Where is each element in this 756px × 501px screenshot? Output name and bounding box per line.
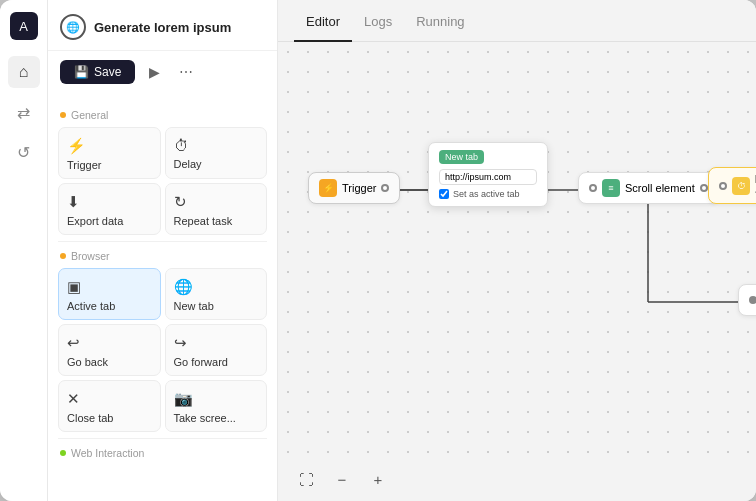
main-content: Editor Logs Running [278,0,756,501]
canvas-area[interactable]: ⚡ Trigger New tab Set as active tab ≡ Sc… [278,42,756,457]
zoom-out-icon: − [338,471,347,488]
history-nav-icon[interactable]: ↺ [8,136,40,168]
scroll-node-icon: ≡ [602,179,620,197]
trigger-icon: ⚡ [67,137,86,155]
delay-node[interactable]: ⏱ Delay 4000 [708,167,756,204]
section-dot-general [60,112,66,118]
popup-checkbox-row: Set as active tab [439,189,537,199]
popup-url-input[interactable] [439,169,537,185]
general-items-grid: ⚡ Trigger ⏱ Delay ⬇ Export data ↻ Repeat… [58,127,267,235]
connections-svg [278,42,756,457]
play-button[interactable]: ▶ [141,59,167,85]
browser-items-grid: ▣ Active tab 🌐 New tab ↩ Go back ↪ Go fo… [58,268,267,432]
go-back-item[interactable]: ↩ Go back [58,324,161,376]
export-icon: ⬇ [67,193,80,211]
zoom-out-button[interactable]: − [328,465,356,493]
tab-running[interactable]: Running [404,0,476,42]
section-dot-web [60,450,66,456]
go-back-icon: ↩ [67,334,80,352]
fullscreen-button[interactable]: ⛶ [292,465,320,493]
zoom-in-icon: + [374,471,383,488]
canvas-toolbar: ⛶ − + [278,457,756,501]
panel-content: General ⚡ Trigger ⏱ Delay ⬇ Export data … [48,93,277,501]
popup-title: New tab [439,150,484,164]
more-button[interactable]: ⋯ [173,59,199,85]
goback-input-dot [749,296,756,304]
app-window: A ⌂ ⇄ ↺ 🌐 Generate lorem ipsum 💾 Save ▶ … [0,0,756,501]
main-tabs: Editor Logs Running [278,0,756,42]
tab-logs[interactable]: Logs [352,0,404,42]
zoom-in-button[interactable]: + [364,465,392,493]
flow-nav-icon[interactable]: ⇄ [8,96,40,128]
active-tab-checkbox[interactable] [439,189,449,199]
scroll-output-dot [700,184,708,192]
panel-actions: 💾 Save ▶ ⋯ [48,51,277,93]
repeat-item[interactable]: ↻ Repeat task [165,183,268,235]
screenshot-icon: 📷 [174,390,193,408]
new-tab-icon: 🌐 [174,278,193,296]
logo-icon[interactable]: A [10,12,38,40]
trigger-item[interactable]: ⚡ Trigger [58,127,161,179]
repeat-icon: ↻ [174,193,187,211]
save-button[interactable]: 💾 Save [60,60,135,84]
go-forward-icon: ↪ [174,334,187,352]
trigger-node[interactable]: ⚡ Trigger [308,172,400,204]
tab-editor[interactable]: Editor [294,0,352,42]
close-tab-icon: ✕ [67,390,80,408]
panel-sidebar: 🌐 Generate lorem ipsum 💾 Save ▶ ⋯ Genera… [48,0,278,501]
trigger-output-dot [381,184,389,192]
delay-icon: ⏱ [174,137,189,154]
icon-sidebar: A ⌂ ⇄ ↺ [0,0,48,501]
active-tab-icon: ▣ [67,278,81,296]
divider-2 [58,438,267,439]
scroll-node[interactable]: ≡ Scroll element [578,172,719,204]
close-tab-item[interactable]: ✕ Close tab [58,380,161,432]
delay-input-dot [719,182,727,190]
active-tab-item[interactable]: ▣ Active tab [58,268,161,320]
new-tab-item[interactable]: 🌐 New tab [165,268,268,320]
goback-node[interactable]: ↩ Go back [738,284,756,316]
section-browser-label: Browser [60,250,267,262]
new-tab-popup[interactable]: New tab Set as active tab [428,142,548,207]
trigger-node-icon: ⚡ [319,179,337,197]
delay-item[interactable]: ⏱ Delay [165,127,268,179]
home-nav-icon[interactable]: ⌂ [8,56,40,88]
panel-header: 🌐 Generate lorem ipsum [48,0,277,51]
fullscreen-icon: ⛶ [299,471,314,488]
screenshot-item[interactable]: 📷 Take scree... [165,380,268,432]
export-item[interactable]: ⬇ Export data [58,183,161,235]
save-icon: 💾 [74,65,89,79]
scroll-input-dot [589,184,597,192]
section-web-label: Web Interaction [60,447,267,459]
go-forward-item[interactable]: ↪ Go forward [165,324,268,376]
delay-node-icon: ⏱ [732,177,750,195]
section-dot-browser [60,253,66,259]
globe-icon: 🌐 [60,14,86,40]
divider-1 [58,241,267,242]
section-general-label: General [60,109,267,121]
panel-title: Generate lorem ipsum [94,20,265,35]
